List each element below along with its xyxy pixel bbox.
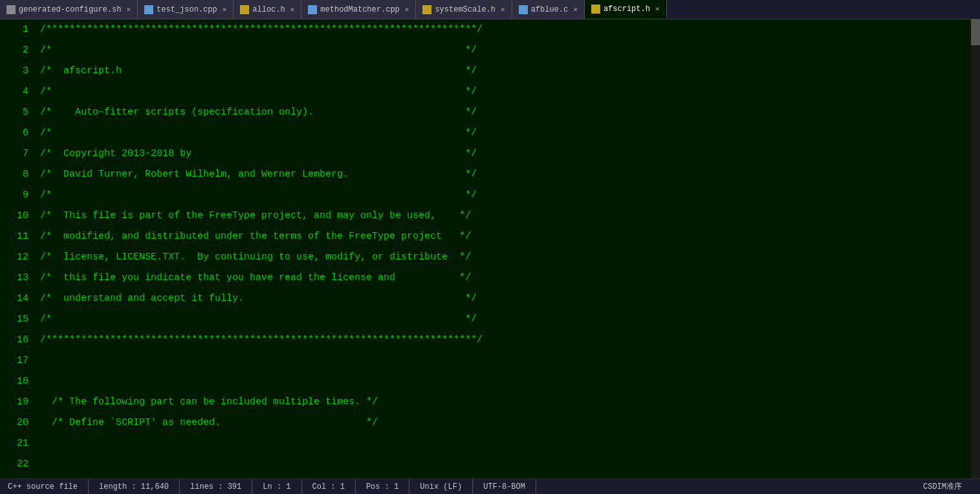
tab-generated-configure[interactable]: generated-configure.sh✕ [0,0,138,19]
line-number-10: 10 [5,206,28,226]
code-line-14: /* understand and accept it fully. */ [40,288,971,309]
code-line-9: /* */ [40,185,971,206]
line-number-15: 15 [5,309,28,330]
tab-methodMatcher[interactable]: methodMatcher.cpp✕ [301,0,416,19]
tab-close-test_json[interactable]: ✕ [223,5,227,14]
line-number-13: 13 [5,268,28,288]
code-line-7: /* Copyright 2013-2018 by */ [40,144,971,164]
tab-label-methodMatcher: methodMatcher.cpp [320,5,399,14]
code-line-22 [40,454,971,475]
tab-label-afscript: afscript.h [604,5,650,14]
line-number-3: 3 [5,61,28,81]
code-line-11: /* modified, and distributed under the t… [40,226,971,247]
tab-label-generated-configure: generated-configure.sh [19,5,121,14]
code-line-13: /* this file you indicate that you have … [40,268,971,288]
editor-container: 12345678910111213141516171819202122 /***… [0,19,980,478]
status-pos: Pos : 1 [356,479,409,494]
code-line-1: /***************************************… [40,19,971,40]
line-number-22: 22 [5,454,28,475]
scrollbar[interactable] [971,19,980,478]
code-line-10: /* This file is part of the FreeType pro… [40,206,971,226]
status-length: length : 11,640 [89,479,180,494]
status-encoding: UTF-8-BOM [473,479,536,494]
line-number-12: 12 [5,247,28,268]
tab-label-test_json: test_json.cpp [157,5,217,14]
tab-icon-methodMatcher [308,5,317,14]
tab-icon-generated-configure [6,5,16,14]
code-line-16: /***************************************… [40,330,971,350]
tab-bar: generated-configure.sh✕test_json.cpp✕all… [0,0,980,19]
code-line-20: /* Define `SCRIPT' as needed. */ [40,413,971,433]
code-line-6: /* */ [40,123,971,144]
tab-icon-systemScale [422,5,431,14]
code-line-12: /* license, LICENSE.TXT. By continuing t… [40,247,971,268]
line-number-5: 5 [5,102,28,123]
line-number-21: 21 [5,433,28,454]
code-line-19: /* The following part can be included mu… [40,392,971,413]
tab-close-alloc[interactable]: ✕ [290,5,295,14]
tab-icon-alloc [240,5,249,14]
line-numbers: 12345678910111213141516171819202122 [0,19,34,478]
line-number-17: 17 [5,350,28,371]
tab-close-generated-configure[interactable]: ✕ [126,5,131,14]
scrollbar-thumb[interactable] [971,19,980,45]
status-extra: CSDIM准序 [913,479,972,494]
tab-close-systemScale[interactable]: ✕ [501,5,505,14]
tab-icon-afscript [591,5,600,14]
code-line-8: /* David Turner, Robert Wilhelm, and Wer… [40,164,971,185]
code-line-2: /* */ [40,40,971,61]
tab-label-afblue: afblue.c [531,5,569,14]
tab-systemScale[interactable]: systemScale.h✕ [416,0,512,19]
tab-close-afblue[interactable]: ✕ [573,5,578,14]
tab-label-systemScale: systemScale.h [435,5,495,14]
tab-afscript[interactable]: afscript.h✕ [585,0,667,19]
status-ln: Ln : 1 [252,479,301,494]
line-number-16: 16 [5,330,28,350]
tab-alloc[interactable]: alloc.h✕ [234,0,301,19]
code-line-15: /* */ [40,309,971,330]
code-area[interactable]: /***************************************… [34,19,971,478]
tab-icon-afblue [519,5,528,14]
status-lines: lines : 391 [180,479,252,494]
line-number-1: 1 [5,19,28,40]
line-number-14: 14 [5,288,28,309]
line-number-7: 7 [5,144,28,164]
line-number-20: 20 [5,413,28,433]
status-file-type: C++ source file [8,479,89,494]
code-line-21 [40,433,971,454]
status-col: Col : 1 [302,479,356,494]
code-line-18 [40,371,971,392]
tab-afblue[interactable]: afblue.c✕ [512,0,585,19]
status-bar: C++ source file length : 11,640 lines : … [0,478,980,494]
line-number-8: 8 [5,164,28,185]
code-line-3: /* afscript.h */ [40,61,971,81]
line-number-2: 2 [5,40,28,61]
code-line-5: /* Auto-fitter scripts (specification on… [40,102,971,123]
tab-label-alloc: alloc.h [252,5,285,14]
line-number-9: 9 [5,185,28,206]
code-line-17 [40,350,971,371]
line-number-11: 11 [5,226,28,247]
line-number-19: 19 [5,392,28,413]
line-number-6: 6 [5,123,28,144]
code-line-4: /* */ [40,81,971,102]
tab-close-methodMatcher[interactable]: ✕ [405,5,409,14]
line-number-4: 4 [5,81,28,102]
tab-close-afscript[interactable]: ✕ [655,5,660,13]
line-number-18: 18 [5,371,28,392]
status-line-ending: Unix (LF) [409,479,473,494]
tab-test_json[interactable]: test_json.cpp✕ [138,0,234,19]
tab-icon-test_json [144,5,153,14]
